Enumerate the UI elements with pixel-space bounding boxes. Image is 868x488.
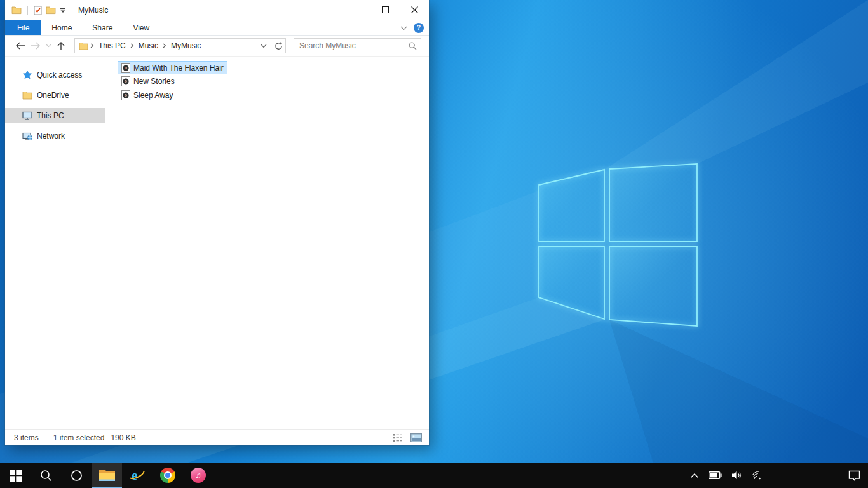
new-folder-button[interactable] [46,6,56,15]
forward-button[interactable] [28,38,43,53]
up-button[interactable] [53,38,69,53]
maximize-button[interactable] [370,0,400,19]
address-controls [257,39,285,53]
file-item[interactable]: Sleep Away [118,88,177,102]
address-dropdown-chevron-icon[interactable] [257,39,271,53]
minimize-button[interactable] [341,0,370,19]
details-view-icon[interactable] [391,431,404,444]
file-item-selected[interactable]: Maid With The Flaxen Hair [118,61,227,74]
items-count: 3 items [14,433,39,442]
breadcrumb-item-music[interactable]: Music [135,41,161,50]
file-explorer-window: MyMusic File Home Share View ? [5,0,429,445]
properties-button[interactable] [34,6,42,15]
taskbar-internet-explorer-button[interactable]: e [122,463,153,488]
title-bar: MyMusic [5,0,429,20]
refresh-icon[interactable] [271,39,285,53]
window-content: Quick access OneDrive This PC Network [5,57,429,429]
sidebar-item-this-pc[interactable]: This PC [5,108,105,123]
selection-count: 1 item selected [53,433,105,442]
tab-home[interactable]: Home [41,20,82,35]
system-tray [690,463,868,488]
qat-separator [72,6,72,15]
battery-icon[interactable] [709,471,722,479]
action-center-icon[interactable] [848,470,860,481]
help-icon[interactable]: ? [414,23,424,33]
breadcrumb-chevron-icon[interactable] [90,43,94,48]
status-separator [46,433,46,442]
chrome-icon [160,468,175,483]
breadcrumb-chevron-icon[interactable] [163,43,166,48]
hidden-icons-chevron-icon[interactable] [690,473,699,478]
tab-file[interactable]: File [5,20,41,35]
expand-ribbon-chevron-icon[interactable] [400,24,407,32]
sidebar-item-label: Network [37,132,65,140]
itunes-icon: ♫ [191,468,206,483]
taskbar-chrome-button[interactable] [153,463,183,488]
caption-buttons [341,0,429,20]
start-button[interactable] [0,463,31,488]
address-folder-icon [79,42,88,50]
file-name: Sleep Away [133,91,173,100]
recent-locations-chevron-icon[interactable] [43,38,53,53]
svg-text:e: e [132,468,137,483]
navigation-toolbar: This PC Music MyMusic [5,36,429,57]
search-icon[interactable] [409,42,417,50]
search-box[interactable] [294,38,421,53]
breadcrumb-item-this-pc[interactable]: This PC [95,41,129,50]
file-name: New Stories [133,77,175,86]
address-bar[interactable]: This PC Music MyMusic [74,38,286,53]
network-icon [22,132,32,140]
this-pc-monitor-icon [22,111,32,120]
customize-quick-access-toolbar-button[interactable] [60,8,66,13]
wifi-icon[interactable] [752,471,763,480]
window-title: MyMusic [78,6,108,15]
ribbon-right-controls: ? [400,20,429,35]
file-list[interactable]: Maid With The Flaxen Hair New Stories Sl… [105,57,429,429]
sidebar-item-label: This PC [37,111,64,120]
back-button[interactable] [13,38,28,53]
large-thumbnails-view-icon[interactable] [410,431,423,444]
breadcrumb: This PC Music MyMusic [90,41,257,50]
file-name: Maid With The Flaxen Hair [133,64,224,72]
file-item[interactable]: New Stories [118,75,179,88]
window-folder-icon [11,6,22,15]
audio-file-icon [121,63,130,73]
audio-file-icon [121,90,130,100]
audio-file-icon [121,76,130,86]
selection-size: 190 KB [111,433,135,442]
close-button[interactable] [400,0,429,19]
taskbar-file-explorer-button[interactable] [92,463,122,488]
volume-icon[interactable] [731,471,743,480]
status-bar: 3 items 1 item selected 190 KB [5,429,429,445]
quick-access-toolbar [11,6,74,15]
taskbar-search-button[interactable] [31,463,61,488]
tab-share[interactable]: Share [82,20,123,35]
taskbar: e ♫ [0,463,868,488]
breadcrumb-item-mymusic[interactable]: MyMusic [168,41,204,50]
navigation-pane: Quick access OneDrive This PC Network [5,57,105,429]
sidebar-item-network[interactable]: Network [5,128,105,144]
quick-access-star-icon [22,70,32,80]
taskbar-itunes-button[interactable]: ♫ [183,463,214,488]
ribbon-tab-row: File Home Share View ? [5,20,429,36]
sidebar-item-onedrive[interactable]: OneDrive [5,88,105,103]
tab-view[interactable]: View [123,20,159,35]
cortana-button[interactable] [61,463,92,488]
breadcrumb-chevron-icon[interactable] [130,43,134,48]
sidebar-item-label: OneDrive [37,91,69,100]
qat-separator [27,6,28,15]
onedrive-folder-icon [22,91,32,100]
sidebar-item-label: Quick access [37,71,82,79]
view-toggle-buttons [391,431,423,444]
sidebar-item-quick-access[interactable]: Quick access [5,67,105,83]
search-input[interactable] [299,41,409,50]
